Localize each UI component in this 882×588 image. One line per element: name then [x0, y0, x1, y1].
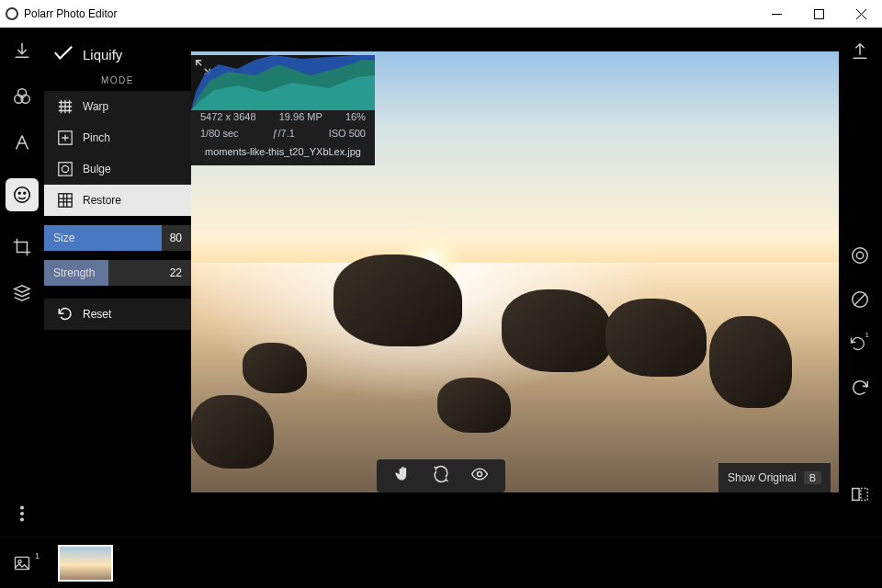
mode-label-warp: Warp — [83, 100, 108, 113]
compare-icon[interactable] — [849, 483, 871, 505]
strength-slider[interactable]: Strength 22 — [44, 260, 191, 286]
import-icon[interactable] — [12, 40, 32, 61]
show-original-key: B — [804, 471, 821, 484]
mode-label-restore: Restore — [83, 194, 121, 207]
svg-point-7 — [21, 506, 24, 509]
size-slider-value: 80 — [170, 232, 182, 244]
svg-point-16 — [856, 252, 863, 258]
image-icon[interactable] — [13, 554, 31, 572]
window-maximize-button[interactable] — [797, 0, 840, 28]
mode-pinch[interactable]: Pinch — [44, 122, 191, 153]
show-original-label: Show Original — [728, 471, 797, 484]
reset-button[interactable]: Reset — [44, 299, 191, 330]
mode-bulge[interactable]: Bulge — [44, 153, 191, 185]
svg-rect-19 — [861, 489, 867, 501]
thumbnail[interactable] — [58, 545, 113, 582]
svg-rect-13 — [59, 194, 72, 207]
liquify-panel: Liquify MODE Warp Pinch Bulge Restore — [44, 28, 191, 537]
thumb-count: 1 — [35, 551, 40, 560]
svg-point-9 — [21, 518, 24, 521]
meta-dimensions: 5472 x 3648 — [200, 108, 256, 125]
apply-check-icon[interactable] — [53, 45, 74, 64]
meta-shutter: 1/80 sec — [200, 125, 239, 141]
strength-slider-value: 22 — [170, 266, 182, 279]
svg-point-8 — [21, 513, 24, 515]
expand-icon[interactable] — [195, 59, 211, 79]
disable-icon[interactable] — [849, 288, 871, 311]
window-minimize-button[interactable] — [755, 0, 797, 28]
svg-point-20 — [478, 472, 482, 477]
window-title: Polarr Photo Editor — [24, 7, 117, 20]
meta-aperture: ƒ/7.1 — [272, 125, 294, 141]
crop-tool-icon[interactable] — [12, 237, 32, 257]
size-slider-label: Size — [53, 232, 74, 244]
undo-icon[interactable] — [849, 377, 871, 399]
eye-preview-icon[interactable] — [470, 465, 489, 487]
color-tool-icon[interactable] — [12, 86, 32, 107]
size-slider[interactable]: Size 80 — [44, 225, 191, 251]
svg-point-5 — [18, 192, 20, 194]
meta-zoom: 16% — [345, 108, 366, 125]
radial-filter-icon[interactable] — [849, 244, 871, 266]
svg-rect-11 — [59, 163, 72, 175]
mode-restore[interactable]: Restore — [44, 185, 191, 216]
show-original-button[interactable]: Show Original B — [718, 463, 831, 492]
meta-filename: moments-like-this_t20_YXbLex.jpg — [200, 143, 366, 160]
svg-point-4 — [15, 187, 30, 203]
svg-point-6 — [24, 192, 26, 194]
reset-label: Reset — [83, 308, 111, 321]
svg-rect-18 — [853, 489, 859, 501]
canvas-toolbar — [377, 459, 505, 492]
app-icon — [6, 7, 18, 20]
info-icon[interactable] — [355, 59, 371, 79]
mode-label-pinch: Pinch — [83, 131, 110, 144]
filmstrip: 1 — [0, 537, 882, 588]
meta-iso: ISO 500 — [329, 125, 366, 141]
more-menu-icon[interactable] — [12, 503, 32, 524]
mode-label-bulge: Bulge — [83, 163, 111, 175]
rotate-tool-icon[interactable] — [432, 465, 450, 487]
svg-point-12 — [62, 165, 68, 172]
history-icon[interactable]: 1 — [849, 333, 871, 355]
panel-title: Liquify — [83, 47, 122, 62]
hand-tool-icon[interactable] — [393, 465, 412, 487]
layers-icon[interactable] — [12, 283, 32, 303]
text-tool-icon[interactable] — [12, 132, 32, 153]
mode-warp[interactable]: Warp — [44, 91, 191, 122]
export-icon[interactable] — [849, 40, 871, 62]
face-liquify-tool-icon[interactable] — [6, 178, 39, 211]
image-metadata: 5472 x 3648 19.96 MP 16% 1/80 sec ƒ/7.1 … — [191, 101, 375, 165]
window-titlebar: Polarr Photo Editor — [0, 0, 882, 28]
window-close-button[interactable] — [840, 0, 882, 28]
svg-point-22 — [18, 560, 21, 562]
mode-label: MODE — [44, 75, 191, 85]
svg-point-15 — [853, 248, 868, 264]
meta-megapixels: 19.96 MP — [279, 108, 322, 125]
histogram-panel: 5472 x 3648 19.96 MP 16% 1/80 sec ƒ/7.1 … — [191, 55, 375, 165]
svg-rect-0 — [814, 9, 823, 18]
strength-slider-label: Strength — [53, 266, 95, 279]
